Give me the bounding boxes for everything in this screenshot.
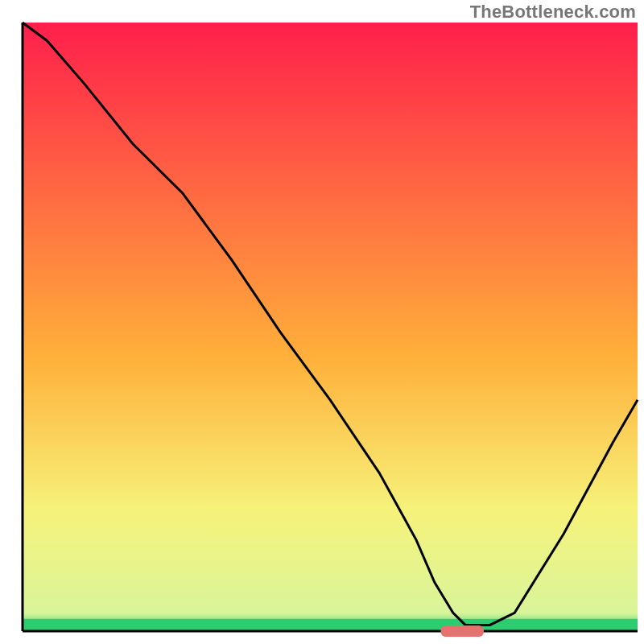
chart-container: TheBottleneck.com xyxy=(0,0,644,644)
green-band xyxy=(23,619,638,631)
watermark-text: TheBottleneck.com xyxy=(470,2,636,23)
bottleneck-chart xyxy=(0,0,644,644)
plot-background xyxy=(23,23,638,631)
optimal-marker xyxy=(441,625,484,637)
